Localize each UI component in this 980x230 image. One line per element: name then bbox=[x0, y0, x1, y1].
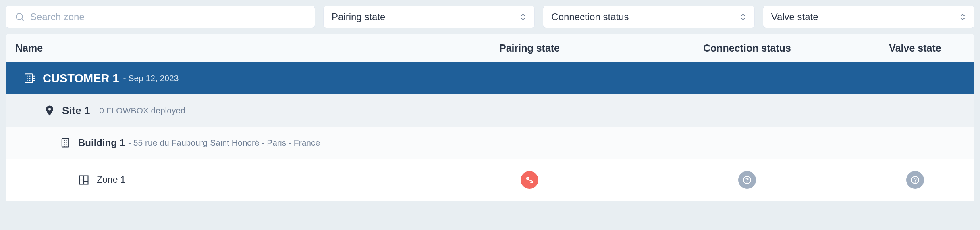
svg-rect-14 bbox=[62, 138, 69, 147]
connection-status-select[interactable]: Connection status bbox=[543, 6, 754, 28]
chevron-up-down-icon bbox=[959, 13, 966, 21]
search-zone-wrap bbox=[6, 6, 315, 28]
site-name: Site 1 bbox=[62, 105, 90, 117]
zone-row[interactable]: Zone 1 bbox=[6, 159, 974, 201]
zone-name: Zone 1 bbox=[97, 174, 126, 185]
header-valve: Valve state bbox=[856, 42, 974, 54]
chevron-up-down-icon bbox=[740, 13, 746, 21]
valve-state-label: Valve state bbox=[771, 11, 818, 23]
floorplan-icon bbox=[78, 174, 89, 186]
svg-point-34 bbox=[915, 182, 916, 182]
header-connection: Connection status bbox=[638, 42, 856, 54]
search-icon bbox=[15, 12, 25, 22]
zone-connection-cell bbox=[638, 171, 856, 189]
pairing-state-select[interactable]: Pairing state bbox=[323, 6, 535, 28]
customer-row[interactable]: CUSTOMER 1 - Sep 12, 2023 bbox=[6, 62, 974, 94]
svg-line-1 bbox=[22, 19, 23, 21]
zone-valve-cell bbox=[856, 171, 974, 189]
building-meta: - 55 rue du Faubourg Saint Honoré - Pari… bbox=[128, 138, 320, 148]
table-header-row: Name Pairing state Connection status Val… bbox=[6, 34, 974, 62]
valve-state-select[interactable]: Valve state bbox=[763, 6, 974, 28]
site-meta: - 0 FLOWBOX deployed bbox=[94, 106, 185, 115]
building-icon bbox=[60, 137, 71, 148]
header-name: Name bbox=[6, 42, 421, 54]
customer-meta: - Sep 12, 2023 bbox=[123, 73, 179, 83]
location-pin-icon bbox=[44, 105, 56, 117]
search-zone-input[interactable] bbox=[6, 6, 315, 28]
header-pairing: Pairing state bbox=[421, 42, 638, 54]
connection-status-select-wrap: Connection status bbox=[543, 6, 754, 28]
svg-line-28 bbox=[527, 178, 529, 179]
building-row[interactable]: Building 1 - 55 rue du Faubourg Saint Ho… bbox=[6, 127, 974, 159]
organization-icon bbox=[23, 72, 36, 85]
connection-status-badge bbox=[738, 171, 756, 189]
svg-point-13 bbox=[48, 108, 51, 110]
valve-state-select-wrap: Valve state bbox=[763, 6, 974, 28]
filters-bar: Pairing state Connection status Valve st… bbox=[0, 0, 980, 34]
zone-pairing-cell bbox=[421, 171, 638, 189]
zones-table: Name Pairing state Connection status Val… bbox=[6, 34, 974, 201]
connection-status-label: Connection status bbox=[551, 11, 629, 23]
valve-status-badge bbox=[906, 171, 924, 189]
pairing-state-select-wrap: Pairing state bbox=[323, 6, 535, 28]
zone-name-cell: Zone 1 bbox=[6, 174, 421, 186]
svg-rect-2 bbox=[25, 74, 33, 82]
customer-name: CUSTOMER 1 bbox=[43, 72, 119, 85]
pairing-status-badge bbox=[521, 171, 538, 189]
chevron-up-down-icon bbox=[520, 13, 526, 21]
svg-point-32 bbox=[747, 182, 747, 182]
building-name: Building 1 bbox=[78, 137, 125, 148]
site-row[interactable]: Site 1 - 0 FLOWBOX deployed bbox=[6, 94, 974, 127]
pairing-state-label: Pairing state bbox=[332, 11, 385, 23]
